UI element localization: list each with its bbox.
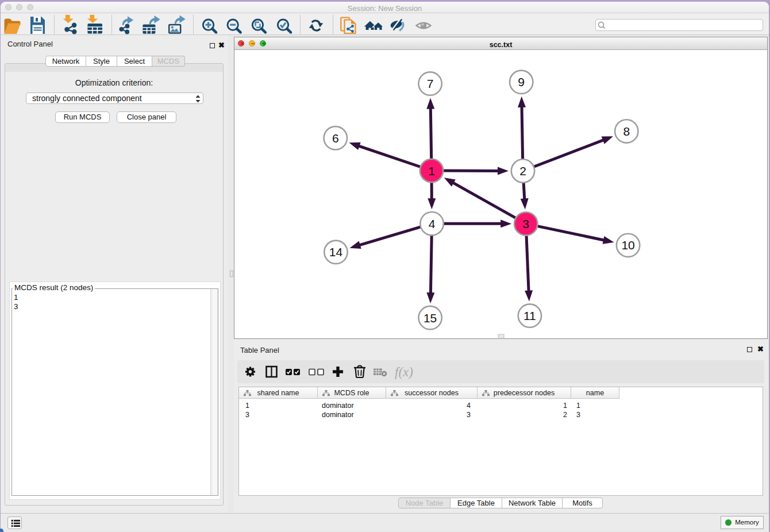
svg-text:10: 10 [621,238,634,252]
svg-text:8: 8 [623,125,630,138]
svg-text:9: 9 [518,75,525,88]
svg-text:3: 3 [522,217,529,230]
svg-text:2: 2 [519,164,526,178]
svg-text:4: 4 [429,217,436,230]
svg-text:15: 15 [424,311,437,325]
svg-text:6: 6 [332,132,339,145]
svg-text:14: 14 [329,245,343,259]
svg-text:1: 1 [428,164,435,178]
svg-text:11: 11 [523,309,536,322]
svg-text:f(x): f(x) [395,365,413,379]
svg-text:7: 7 [427,77,434,90]
